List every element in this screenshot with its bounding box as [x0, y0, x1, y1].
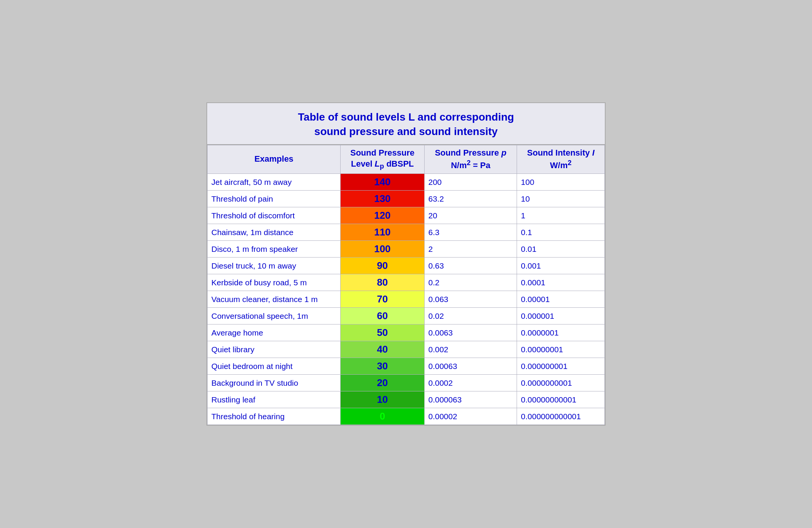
- level-cell: 140: [340, 174, 424, 191]
- intensity-cell: 0.000000001: [517, 358, 605, 375]
- example-cell: Threshold of discomfort: [208, 207, 341, 224]
- table-row: Jet aircraft, 50 m away140200100: [208, 174, 605, 191]
- pressure-cell: 200: [424, 174, 517, 191]
- level-cell: 110: [340, 224, 424, 241]
- example-cell: Quiet bedroom at night: [208, 358, 341, 375]
- table-row: Threshold of discomfort120201: [208, 207, 605, 224]
- intensity-cell: 0.00001: [517, 291, 605, 308]
- table-row: Vacuum cleaner, distance 1 m700.0630.000…: [208, 291, 605, 308]
- level-cell: 80: [340, 274, 424, 291]
- table-row: Conversational speech, 1m600.020.000001: [208, 308, 605, 324]
- example-cell: Jet aircraft, 50 m away: [208, 174, 341, 191]
- intensity-cell: 0.0001: [517, 274, 605, 291]
- intensity-cell: 0.01: [517, 241, 605, 258]
- pressure-cell: 0.000063: [424, 391, 517, 408]
- level-cell: 30: [340, 358, 424, 375]
- level-cell: 0: [340, 408, 424, 425]
- pressure-cell: 0.0002: [424, 375, 517, 391]
- intensity-cell: 10: [517, 191, 605, 207]
- level-cell: 50: [340, 324, 424, 341]
- table-row: Threshold of hearing00.000020.0000000000…: [208, 408, 605, 425]
- table-row: Quiet library400.0020.00000001: [208, 341, 605, 358]
- pressure-cell: 20: [424, 207, 517, 224]
- table-row: Chainsaw, 1m distance1106.30.1: [208, 224, 605, 241]
- table-row: Quiet bedroom at night300.000630.0000000…: [208, 358, 605, 375]
- example-cell: Chainsaw, 1m distance: [208, 224, 341, 241]
- intensity-cell: 0.00000000001: [517, 391, 605, 408]
- example-cell: Quiet library: [208, 341, 341, 358]
- intensity-cell: 0.0000000001: [517, 375, 605, 391]
- title-line2: sound pressure and sound intensity: [211, 124, 601, 139]
- sound-levels-table: Examples Sound PressureLevel Lp dBSPL So…: [207, 145, 605, 425]
- level-cell: 120: [340, 207, 424, 224]
- pressure-cell: 0.2: [424, 274, 517, 291]
- level-cell: 100: [340, 241, 424, 258]
- example-cell: Threshold of pain: [208, 191, 341, 207]
- pressure-cell: 0.63: [424, 258, 517, 274]
- example-cell: Rustling leaf: [208, 391, 341, 408]
- table-row: Disco, 1 m from speaker10020.01: [208, 241, 605, 258]
- level-cell: 90: [340, 258, 424, 274]
- header-examples: Examples: [208, 145, 341, 174]
- level-cell: 70: [340, 291, 424, 308]
- pressure-cell: 63.2: [424, 191, 517, 207]
- intensity-cell: 0.0000001: [517, 324, 605, 341]
- table-row: Threshold of pain13063.210: [208, 191, 605, 207]
- level-cell: 40: [340, 341, 424, 358]
- example-cell: Diesel truck, 10 m away: [208, 258, 341, 274]
- table-row: Kerbside of busy road, 5 m800.20.0001: [208, 274, 605, 291]
- intensity-cell: 0.000001: [517, 308, 605, 324]
- table-row: Background in TV studio200.00020.0000000…: [208, 375, 605, 391]
- level-cell: 60: [340, 308, 424, 324]
- table-row: Diesel truck, 10 m away900.630.001: [208, 258, 605, 274]
- example-cell: Conversational speech, 1m: [208, 308, 341, 324]
- table-row: Rustling leaf100.0000630.00000000001: [208, 391, 605, 408]
- intensity-cell: 0.001: [517, 258, 605, 274]
- example-cell: Vacuum cleaner, distance 1 m: [208, 291, 341, 308]
- header-sound-intensity: Sound Intensity IW/m2: [517, 145, 605, 174]
- pressure-cell: 0.02: [424, 308, 517, 324]
- level-cell: 10: [340, 391, 424, 408]
- pressure-cell: 6.3: [424, 224, 517, 241]
- table-row: Average home500.00630.0000001: [208, 324, 605, 341]
- example-cell: Average home: [208, 324, 341, 341]
- pressure-cell: 0.00063: [424, 358, 517, 375]
- table-title: Table of sound levels L and correspondin…: [207, 103, 605, 145]
- intensity-cell: 0.000000000001: [517, 408, 605, 425]
- pressure-cell: 2: [424, 241, 517, 258]
- intensity-cell: 100: [517, 174, 605, 191]
- pressure-cell: 0.0063: [424, 324, 517, 341]
- header-sound-pressure: Sound Pressure pN/m2 = Pa: [424, 145, 517, 174]
- header-sound-pressure-level: Sound PressureLevel Lp dBSPL: [340, 145, 424, 174]
- level-cell: 20: [340, 375, 424, 391]
- intensity-cell: 1: [517, 207, 605, 224]
- example-cell: Background in TV studio: [208, 375, 341, 391]
- pressure-cell: 0.00002: [424, 408, 517, 425]
- pressure-cell: 0.063: [424, 291, 517, 308]
- intensity-cell: 0.00000001: [517, 341, 605, 358]
- main-table-wrapper: Table of sound levels L and correspondin…: [206, 102, 606, 426]
- intensity-cell: 0.1: [517, 224, 605, 241]
- level-cell: 130: [340, 191, 424, 207]
- example-cell: Kerbside of busy road, 5 m: [208, 274, 341, 291]
- title-line1: Table of sound levels L and correspondin…: [211, 110, 601, 124]
- pressure-cell: 0.002: [424, 341, 517, 358]
- example-cell: Threshold of hearing: [208, 408, 341, 425]
- example-cell: Disco, 1 m from speaker: [208, 241, 341, 258]
